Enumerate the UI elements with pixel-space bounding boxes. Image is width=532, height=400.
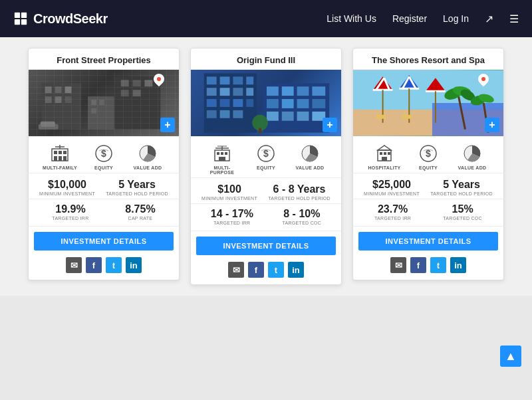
multi-purpose-label: Multi-Purpose [202, 165, 242, 175]
icon-multi-purpose: Multi-Purpose [202, 143, 242, 175]
svg-rect-103 [380, 152, 382, 155]
svg-marker-107 [378, 146, 391, 150]
card-origin-fund-title: Origin Fund III [191, 49, 341, 70]
stat-cap-front-street: 8.75% Cap Rate [125, 203, 155, 221]
menu-icon[interactable]: ☰ [509, 13, 519, 25]
icon-value-add-shores: Value Add [452, 143, 492, 170]
pie-icon [137, 143, 158, 164]
svg-rect-59 [312, 99, 325, 108]
stats-row2-shores: 23.7% Targeted IRR 15% Targeted COC [353, 199, 503, 227]
svg-rect-38 [233, 76, 243, 84]
svg-rect-105 [388, 152, 390, 155]
main-content: Front Street Properties [0, 37, 532, 296]
stat-coc-value-origin: 8 - 10% [282, 208, 321, 220]
stat-irr-value-origin: 14 - 17% [211, 208, 253, 220]
stats-row1-shores: $25,000 Minimum Investment 5 Years Targe… [353, 173, 503, 199]
invest-btn-origin-fund[interactable]: Investment Details [196, 237, 336, 255]
svg-rect-70 [219, 157, 225, 161]
svg-rect-3 [21, 19, 27, 25]
stat-hold-period-label: Targeted Hold Period [106, 191, 168, 196]
stat-cap-label: Cap Rate [125, 216, 155, 221]
stat-hold-period-value: 5 Years [106, 179, 168, 191]
icon-equity-shores: $ Equity [408, 143, 448, 170]
svg-rect-26 [63, 151, 66, 154]
svg-rect-40 [207, 88, 217, 96]
stat-irr-front-street: 19.9% Targeted IRR [52, 203, 88, 221]
facebook-share-front-street[interactable]: f [86, 257, 102, 273]
card-front-street: Front Street Properties [28, 48, 180, 280]
stats-row1-front-street: $10,000 Minimum Investment 5 Years Targe… [29, 173, 179, 199]
icon-equity: $ Equity [84, 143, 124, 170]
pie-icon-origin [299, 143, 321, 164]
pie-icon-shores [462, 143, 483, 164]
value-add-label-shores: Value Add [458, 165, 487, 170]
linkedin-share-origin[interactable]: in [288, 262, 304, 278]
svg-rect-52 [267, 86, 279, 96]
twitter-share-front-street[interactable]: t [106, 257, 122, 273]
stat-irr-label-origin: Targeted IRR [211, 221, 253, 225]
stat-min-invest-origin: $100 Minimum Investment [201, 183, 257, 201]
svg-rect-61 [282, 112, 294, 121]
stat-cap-value: 8.75% [125, 203, 155, 215]
nav-links: List With Us Register Log In ↗ ☰ [327, 13, 519, 25]
add-button-origin-fund[interactable]: + [323, 118, 337, 132]
card-shores-title: The Shores Resort and Spa [353, 49, 503, 70]
svg-rect-36 [207, 76, 217, 84]
hospitality-icon [374, 143, 395, 164]
equity-label: Equity [94, 165, 113, 170]
twitter-share-shores[interactable]: t [430, 257, 446, 273]
stat-irr-value-shores: 23.7% [374, 203, 411, 215]
stat-min-invest-value-shores: $25,000 [364, 179, 420, 191]
equity-label-shores: Equity [419, 165, 438, 170]
icons-row-origin-fund: Multi-Purpose $ Equity [191, 136, 341, 178]
add-button-shores[interactable]: + [485, 118, 499, 132]
nav-log-in[interactable]: Log In [443, 13, 469, 24]
stat-irr-label: Targeted IRR [52, 216, 88, 221]
svg-rect-28 [59, 156, 62, 161]
multi-family-label: Multi-Family [43, 165, 77, 170]
svg-rect-0 [15, 13, 20, 18]
svg-rect-62 [297, 112, 309, 121]
nav-list-with-us[interactable]: List With Us [327, 13, 376, 24]
value-add-label: Value Add [134, 165, 162, 170]
dollar-icon: $ [93, 143, 114, 164]
email-share-shores[interactable]: ✉ [390, 257, 406, 273]
twitter-share-origin[interactable]: t [268, 262, 284, 278]
invest-btn-shores[interactable]: Investment Details [358, 232, 498, 250]
email-share-origin[interactable]: ✉ [228, 262, 244, 278]
icon-value-add: Value Add [128, 143, 168, 170]
stat-irr-shores: 23.7% Targeted IRR [374, 203, 411, 221]
card-shores-resort: The Shores Resort and Spa [352, 48, 504, 280]
share-icon[interactable]: ↗ [485, 13, 493, 25]
facebook-share-shores[interactable]: f [410, 257, 426, 273]
linkedin-share-front-street[interactable]: in [126, 257, 142, 273]
facebook-share-origin[interactable]: f [248, 262, 264, 278]
add-button-front-street[interactable]: + [160, 118, 175, 132]
invest-btn-front-street[interactable]: Investment Details [34, 232, 174, 250]
linkedin-share-shores[interactable]: in [450, 257, 466, 273]
scroll-up-button[interactable]: ▲ [500, 346, 521, 367]
nav-register[interactable]: Register [392, 13, 427, 24]
svg-rect-60 [267, 112, 279, 121]
card-front-street-title: Front Street Properties [29, 49, 179, 70]
svg-rect-42 [233, 88, 243, 96]
svg-rect-55 [312, 86, 325, 96]
icon-equity-origin: $ Equity [246, 143, 286, 175]
card-origin-fund-image: + [191, 70, 341, 136]
icon-hospitality: Hospitality [364, 143, 404, 170]
stats-row2-origin-fund: 14 - 17% Targeted IRR 8 - 10% Targeted C… [191, 204, 341, 231]
svg-rect-101 [402, 115, 412, 119]
stat-coc-origin: 8 - 10% Targeted COC [282, 208, 321, 225]
icons-row-front-street: Multi-Family $ Equity [29, 136, 179, 173]
stat-min-invest-shores: $25,000 Minimum Investment [364, 179, 420, 196]
svg-rect-65 [259, 128, 261, 134]
card-shores-image: + [353, 70, 503, 136]
stat-irr-value: 19.9% [52, 203, 88, 215]
card-front-street-image: + [29, 70, 179, 136]
email-share-front-street[interactable]: ✉ [66, 257, 82, 273]
dollar-icon-shores: $ [418, 143, 439, 164]
icons-row-shores: Hospitality $ Equity [353, 136, 503, 173]
stat-coc-shores: 15% Targeted COC [443, 203, 482, 221]
svg-rect-58 [297, 99, 309, 108]
stat-hold-period-label-origin: Targeted Hold Period [268, 196, 331, 201]
